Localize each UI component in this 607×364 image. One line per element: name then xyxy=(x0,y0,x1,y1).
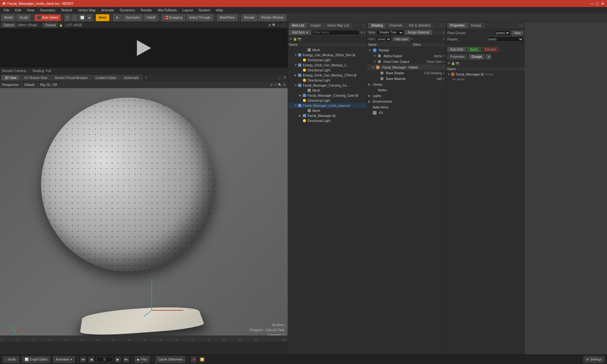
next-frame-button[interactable]: ▶ xyxy=(115,357,121,362)
props-expand[interactable]: ⛶ xyxy=(518,24,521,27)
cache-deformers-button[interactable]: Cache Deformers xyxy=(155,356,186,363)
list-item[interactable]: Mesh xyxy=(288,108,367,113)
shade-item-base-shader[interactable]: Base Shader Full Shading ▾ xyxy=(367,70,446,76)
viewport-expand-icon[interactable]: ⛶ xyxy=(279,76,282,80)
list-item[interactable]: ▶ Facial_Massager_Carrying_Case 2 xyxy=(288,93,367,98)
animated-dropdown[interactable]: Animated ▾ xyxy=(53,356,75,363)
viewport-icon-1[interactable]: ⚙ xyxy=(270,83,273,87)
skip-end-button[interactable]: ⏭ xyxy=(123,357,129,362)
model-mode-button[interactable]: Model xyxy=(1,14,15,21)
play-button[interactable] xyxy=(134,39,153,58)
tab-shading[interactable]: Shading xyxy=(368,23,386,28)
tab-3d-view[interactable]: 3D View xyxy=(1,75,20,81)
groups-content[interactable]: ▼ Facial_Massager 3 Group No Name xyxy=(446,72,525,82)
menu-system[interactable]: System xyxy=(196,8,213,13)
effect-dropdown-icon[interactable]: ▾ xyxy=(443,55,445,58)
menu-view[interactable]: View xyxy=(24,8,37,13)
shade-item-facial-material[interactable]: ▼ Facial_Massager 3 Items xyxy=(367,64,446,70)
viewport-icon-3[interactable]: 🔍 xyxy=(278,83,282,87)
audio-button[interactable]: ♪ Audio xyxy=(3,356,19,363)
passes-dropdown[interactable]: (none) xyxy=(486,37,524,42)
vis-toggle-icon[interactable]: 👁 xyxy=(289,37,292,41)
graph-editor-button[interactable]: 📊 Graph Editor xyxy=(22,356,51,363)
shading-content[interactable]: ▼ Render ▼ Alpha Output Alpha ▾ ▼ xyxy=(367,47,446,355)
default-label[interactable]: Default xyxy=(24,83,34,87)
action-center-button[interactable]: ⊕ xyxy=(113,14,122,21)
menu-animate[interactable]: Animate xyxy=(99,8,116,13)
skip-start-button[interactable]: ⏮ xyxy=(80,357,86,362)
shading-expand[interactable]: ⛶ xyxy=(441,24,445,27)
menu-layout[interactable]: Layout xyxy=(180,8,195,13)
play-button-bar[interactable]: ▶ Play xyxy=(134,356,150,363)
menu-edit[interactable]: Edit xyxy=(13,8,24,13)
list-item[interactable]: Directional Light xyxy=(288,78,367,83)
prev-frame-button[interactable]: ◀ xyxy=(89,357,94,362)
menu-geometry[interactable]: Geometry xyxy=(37,8,58,13)
falloff-button[interactable]: Falloff xyxy=(144,14,158,21)
list-item-active[interactable]: ▼ Facial_Massager_modo_base.lxo xyxy=(288,103,367,108)
filter-options-icon[interactable]: ▾ xyxy=(361,30,363,34)
render-window-button[interactable]: Render Window xyxy=(258,14,286,21)
paused-button[interactable]: Paused xyxy=(43,23,58,27)
shade-item-library[interactable]: ▶ Library xyxy=(367,82,446,87)
add-layer-dropdown[interactable]: ▾ xyxy=(411,38,413,41)
menu-texture[interactable]: Texture xyxy=(58,8,75,13)
add-tab-button[interactable]: + xyxy=(143,75,149,81)
tab-schematic[interactable]: Schematic xyxy=(121,75,143,81)
sculpt-mode-button[interactable]: Sculpt xyxy=(16,14,31,21)
symmetry-button[interactable]: Symmetry xyxy=(123,14,143,21)
tab-render-preset[interactable]: Render Preset Browser xyxy=(52,75,91,81)
pass-groups-dropdown[interactable]: (none) xyxy=(494,30,510,35)
menu-maxtomode[interactable]: MaxToModo xyxy=(155,8,179,13)
minimize-button[interactable]: ─ xyxy=(591,1,593,6)
list-item[interactable]: Directional Light xyxy=(288,118,367,123)
discard-button[interactable]: Discard xyxy=(482,47,499,52)
tab-images[interactable]: Images xyxy=(308,23,324,28)
viewport[interactable]: Perspective | Default | Ray GL: Off ⚙ ↺ … xyxy=(0,81,288,355)
add-layer-button[interactable]: Add Layer xyxy=(393,37,410,41)
apply-button[interactable]: Apply xyxy=(467,47,481,52)
snapping-button[interactable]: 🧲 Snapping xyxy=(162,14,185,21)
tab-channels[interactable]: Channels xyxy=(386,23,405,28)
list-item[interactable]: ▼ Energy_Drink_Can_Mockup_270ml_mod ... xyxy=(288,63,367,68)
shade-s-icon[interactable]: S xyxy=(443,38,445,41)
shade-item-fx[interactable]: FX xyxy=(367,110,446,116)
options-button[interactable]: Options xyxy=(1,23,16,27)
viewport-settings-icon[interactable]: ⚙ xyxy=(283,76,286,80)
tab-gradient-editor[interactable]: Gradient Editor xyxy=(92,75,120,81)
shade-item-render[interactable]: ▼ Render xyxy=(367,47,446,53)
tab-properties[interactable]: Properties xyxy=(447,23,468,28)
pass-groups-new-button[interactable]: New xyxy=(512,31,524,35)
list-item[interactable]: Mesh xyxy=(288,47,367,52)
groups-add-button[interactable]: + xyxy=(486,54,491,59)
add-item-button[interactable]: Add Item ▾ xyxy=(289,30,311,35)
record-button[interactable]: ⏺ xyxy=(191,357,197,362)
workplane-button[interactable]: WorkPlane xyxy=(217,14,238,21)
shader-filter-dropdown[interactable]: (none) xyxy=(376,37,391,41)
list-item[interactable]: ▼ Facial_Massager_Carrying_Case_modo_... xyxy=(288,83,367,88)
auto-add-button[interactable]: Auto Add xyxy=(447,47,466,52)
add-item-dropdown-icon[interactable]: ▾ xyxy=(306,31,308,34)
perspective-label[interactable]: Perspective xyxy=(2,83,18,87)
tab-uv-texture[interactable]: UV Texture View xyxy=(21,75,51,81)
tab-info-stats[interactable]: Info & Statistics xyxy=(406,23,433,28)
menu-render[interactable]: Render xyxy=(138,8,155,13)
render-vis-icon[interactable]: 📷 xyxy=(297,37,301,41)
group-vis-icon[interactable]: 👁 xyxy=(447,62,451,65)
shade-item-base-material[interactable]: Base Material (all) ▾ xyxy=(367,76,446,82)
maximize-button[interactable]: □ xyxy=(596,1,598,6)
select-through-button[interactable]: Select Through xyxy=(186,14,213,21)
list-item[interactable]: ▶ Facial_Massager 2 xyxy=(288,113,367,118)
list-item[interactable]: ▶ Energy_Drink_Can_Mockup_270ml 2 xyxy=(288,73,367,78)
assign-material-button[interactable]: Assign Material xyxy=(405,30,432,35)
group-subitem[interactable]: No Name xyxy=(446,77,525,82)
group-render-icon[interactable]: 📷 xyxy=(456,62,459,65)
tab-vertex-map[interactable]: Vertex Map List xyxy=(324,23,352,28)
item-list-expand[interactable]: ⛶ xyxy=(362,24,365,27)
menu-vertexmap[interactable]: Vertex Map xyxy=(76,8,98,13)
vertex-mode-button[interactable]: ⬡ xyxy=(64,14,71,21)
viewport-icon-4[interactable]: ⚙ xyxy=(283,83,286,87)
list-item[interactable]: Directional Light xyxy=(288,68,367,73)
auto-select-button[interactable]: ⬛ Auto Select xyxy=(34,14,61,21)
props-add-icon[interactable]: + xyxy=(522,24,524,27)
